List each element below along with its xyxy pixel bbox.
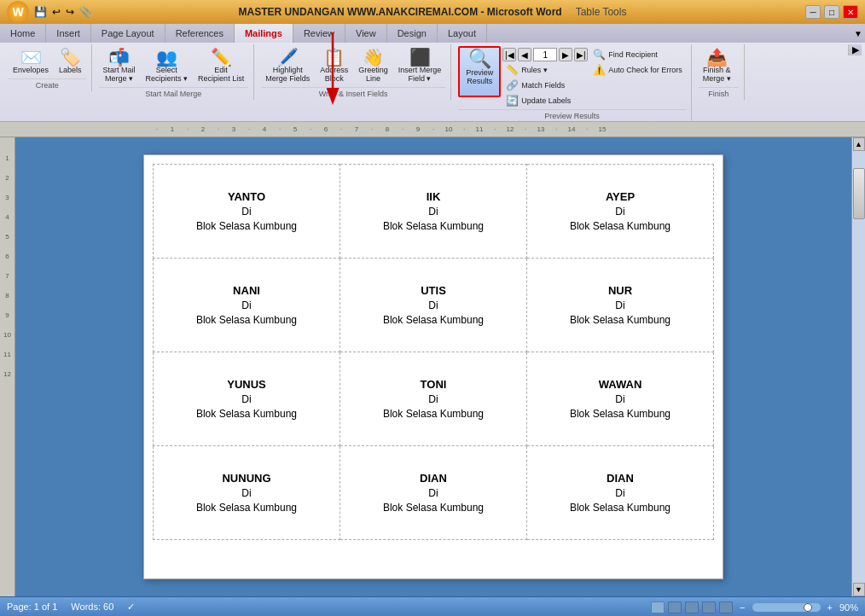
tab-view[interactable]: View [345,24,387,43]
tab-mailings[interactable]: Mailings [235,24,293,43]
preview-results-button[interactable]: 🔍 PreviewResults [458,46,501,97]
vruler-1: 1 [5,154,9,162]
zoom-thumb [804,603,812,612]
status-left: Page: 1 of 1 Words: 60 ✓ [7,601,135,613]
preview-results-group-label: Preview Results [458,109,686,120]
tab-references[interactable]: References [165,24,235,43]
update-labels-button[interactable]: 🔄 Update Labels [502,94,588,108]
outline-view[interactable] [702,601,716,613]
close-button[interactable]: ✕ [843,5,858,19]
auto-check-errors-button[interactable]: ⚠️ Auto Check for Errors [589,63,686,77]
zoom-out-button[interactable]: − [740,602,745,613]
zoom-slider[interactable] [752,603,821,612]
find-recipient-button[interactable]: 🔍 Find Recipient [589,48,686,61]
draft-view[interactable] [719,601,733,613]
status-bar: Page: 1 of 1 Words: 60 ✓ − + 90% [0,596,865,616]
highlight-merge-fields-icon: 🖊️ [277,49,299,66]
labels-button[interactable]: 🏷️ Labels [55,46,86,77]
envelopes-button[interactable]: ✉️ Envelopes [9,46,53,77]
tab-insert[interactable]: Insert [46,24,91,43]
cell-di-9: Di [162,487,331,499]
minimize-button[interactable]: ─ [805,5,821,19]
write-insert-group-label: Write & Insert Fields [261,87,445,98]
record-number-input[interactable] [533,48,557,61]
vruler-11: 11 [3,351,11,358]
finish-buttons: 📤 Finish &Merge ▾ [699,46,739,85]
vertical-scrollbar[interactable]: ▲ ▼ [851,137,865,596]
cell-name-9: NUNUNG [162,472,331,485]
edit-recipient-list-button[interactable]: ✏️ EditRecipient List [194,46,248,85]
full-screen-view[interactable] [668,601,682,613]
tab-design[interactable]: Design [387,24,438,43]
cell-loc-2: Blok Selasa Kumbung [536,220,705,232]
first-record-button[interactable]: |◀ [502,48,516,61]
cell-loc-8: Blok Selasa Kumbung [536,408,705,420]
ruler-mark: · [395,125,410,133]
ribbon: Home Insert Page Layout References Maili… [0,24,865,122]
start-mail-merge-button[interactable]: 📬 Start MailMerge ▾ [99,46,140,85]
cell-loc-7: Blok Selasa Kumbung [349,408,518,420]
tab-layout[interactable]: Layout [438,24,487,43]
greeting-line-button[interactable]: 👋 GreetingLine [354,46,392,85]
cell-loc-0: Blok Selasa Kumbung [162,220,331,232]
table-cell-3: NANI Di Blok Selasa Kumbung [154,259,340,352]
cell-di-3: Di [162,299,331,311]
insert-merge-field-button[interactable]: ⬛ Insert MergeField ▾ [394,46,446,85]
ribbon-expand-btn[interactable]: ▼ [851,24,865,43]
scroll-up-button[interactable]: ▲ [853,137,865,151]
office-button[interactable]: W [7,1,29,23]
ribbon-group-write-insert: 🖊️ HighlightMerge Fields 📋 AddressBlock … [256,44,451,100]
prev-record-button[interactable]: ◀ [518,48,531,61]
table-cell-10: DIAN Di Blok Selasa Kumbung [340,446,527,540]
table-cell-7: TONI Di Blok Selasa Kumbung [340,352,527,446]
cell-di-0: Di [162,206,331,218]
ribbon-group-start-mail-merge: 📬 Start MailMerge ▾ 👥 SelectRecipients ▾… [94,44,255,100]
vruler-8: 8 [5,292,9,299]
cell-name-1: IIK [349,190,518,203]
tab-home[interactable]: Home [0,24,46,43]
address-block-button[interactable]: 📋 AddressBlock [316,46,352,85]
attach-icon[interactable]: 📎 [78,4,94,20]
finish-merge-button[interactable]: 📤 Finish &Merge ▾ [699,46,735,85]
table-cell-8: WAWAN Di Blok Selasa Kumbung [527,352,714,446]
match-fields-button[interactable]: 🔗 Match Fields [502,78,588,92]
maximize-button[interactable]: □ [824,5,839,19]
document-table: YANTO Di Blok Selasa KumbungIIK Di Blok … [153,164,714,540]
zoom-level[interactable]: 90% [839,602,858,613]
save-icon[interactable]: 💾 [32,4,49,20]
next-record-button[interactable]: ▶ [559,48,572,61]
scroll-down-button[interactable]: ▼ [853,583,865,596]
select-recipients-button[interactable]: 👥 SelectRecipients ▾ [142,46,193,85]
cell-name-8: WAWAN [536,378,705,391]
undo-icon[interactable]: ↩ [50,4,62,20]
vruler-12: 12 [3,370,11,378]
table-cell-6: YUNUS Di Blok Selasa Kumbung [154,352,340,446]
rules-button[interactable]: 📏 Rules ▾ [502,63,588,77]
tab-review[interactable]: Review [293,24,345,43]
redo-icon[interactable]: ↪ [64,4,76,20]
print-layout-view[interactable] [651,601,665,613]
ribbon-right-scroll[interactable]: ▶ [848,44,862,55]
address-block-icon: 📋 [323,49,345,66]
rules-icon: 📏 [506,65,519,75]
vruler-5: 5 [5,233,9,241]
ruler-mark: · [180,125,195,133]
nav-row: |◀ ◀ ▶ ▶| [502,48,588,61]
tab-page-layout[interactable]: Page Layout [91,24,165,43]
edit-recipient-list-icon: ✏️ [211,49,232,66]
labels-icon: 🏷️ [60,49,81,66]
cell-loc-1: Blok Selasa Kumbung [349,220,518,232]
web-view[interactable] [685,601,699,613]
cell-name-3: NANI [162,284,331,297]
cell-name-10: DIAN [349,472,518,485]
preview-results-icon: 🔍 [468,49,491,68]
scroll-thumb[interactable] [853,168,865,219]
ruler-mark: 10 [441,125,456,133]
zoom-in-button[interactable]: + [827,602,833,613]
preview-results-buttons: 🔍 PreviewResults |◀ ◀ ▶ ▶| 📏 Rules ▾ [458,46,686,108]
last-record-button[interactable]: ▶| [574,48,588,61]
highlight-merge-fields-button[interactable]: 🖊️ HighlightMerge Fields [261,46,314,85]
ruler-mark: · [456,125,472,133]
cell-name-0: YANTO [162,190,331,203]
document-area[interactable]: YANTO Di Blok Selasa KumbungIIK Di Blok … [15,137,851,596]
